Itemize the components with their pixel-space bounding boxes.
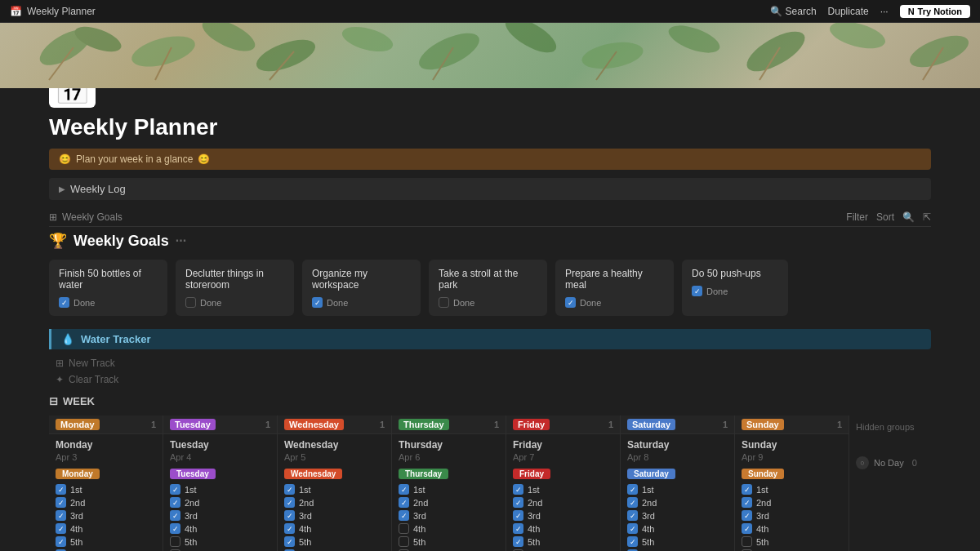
- task-label: 1st: [299, 485, 311, 495]
- task-item[interactable]: ✓ 1st: [56, 484, 156, 495]
- task-item[interactable]: ✓ 5th: [56, 536, 156, 547]
- task-checkbox[interactable]: ✓: [56, 523, 66, 534]
- task-item[interactable]: ✓ 3rd: [284, 510, 385, 521]
- task-checkbox[interactable]: ✓: [513, 523, 523, 534]
- task-item[interactable]: ✓ 4th: [513, 523, 613, 534]
- task-item[interactable]: ✓ 2nd: [399, 497, 499, 508]
- day-name: Sunday: [742, 439, 842, 451]
- task-item[interactable]: ✓ 5th: [627, 536, 728, 547]
- weekly-log-toggle[interactable]: ▶ Weekly Log: [49, 178, 931, 200]
- task-checkbox[interactable]: ✓: [56, 536, 66, 547]
- goal-done-row[interactable]: ✓ Done: [565, 297, 664, 308]
- search-button[interactable]: 🔍 Search: [770, 6, 816, 17]
- task-item[interactable]: ✓ 3rd: [56, 510, 156, 521]
- goal-card-title: Prepare a healthy meal: [565, 268, 664, 291]
- goal-checkbox[interactable]: [185, 297, 196, 308]
- task-checkbox[interactable]: ✓: [627, 484, 638, 495]
- expand-icon[interactable]: ⇱: [923, 211, 931, 223]
- goal-done-row[interactable]: Done: [185, 297, 284, 308]
- task-item[interactable]: ✓ 1st: [284, 484, 385, 495]
- task-checkbox[interactable]: ✓: [513, 510, 523, 521]
- goal-checkbox[interactable]: ✓: [565, 297, 576, 308]
- task-checkbox[interactable]: ✓: [399, 510, 409, 521]
- goal-checkbox[interactable]: ✓: [692, 286, 702, 296]
- task-checkbox[interactable]: ✓: [399, 484, 409, 495]
- task-checkbox[interactable]: ✓: [627, 523, 638, 534]
- sort-button[interactable]: Sort: [876, 211, 894, 223]
- filter-button[interactable]: Filter: [846, 211, 868, 223]
- task-item[interactable]: 4th: [399, 523, 499, 534]
- tracker-actions: ⊞ New Track ✦ Clear Track: [49, 356, 931, 387]
- task-item[interactable]: 5th: [742, 536, 842, 547]
- new-track-button[interactable]: ⊞ New Track: [52, 356, 931, 371]
- task-item[interactable]: ✓ 1st: [742, 484, 842, 495]
- more-button[interactable]: ···: [880, 6, 889, 17]
- task-checkbox[interactable]: ✓: [284, 497, 295, 508]
- goal-done-row[interactable]: ✓ Done: [59, 297, 158, 308]
- task-checkbox[interactable]: ✓: [284, 484, 295, 495]
- task-item[interactable]: ✓ 3rd: [742, 510, 842, 521]
- task-checkbox[interactable]: ✓: [742, 484, 752, 495]
- task-checkbox[interactable]: ✓: [170, 484, 180, 495]
- goal-done-row[interactable]: ✓ Done: [312, 297, 411, 308]
- task-checkbox[interactable]: ✓: [742, 523, 752, 534]
- task-checkbox[interactable]: [399, 523, 409, 534]
- task-item[interactable]: ✓ 2nd: [513, 497, 613, 508]
- goal-done-row[interactable]: ✓ Done: [692, 286, 778, 296]
- task-item[interactable]: ✓ 4th: [284, 523, 385, 534]
- goal-checkbox[interactable]: ✓: [312, 297, 323, 308]
- task-checkbox[interactable]: [399, 536, 409, 547]
- task-checkbox[interactable]: ✓: [513, 497, 523, 508]
- task-checkbox[interactable]: ✓: [399, 497, 409, 508]
- task-checkbox[interactable]: ✓: [627, 497, 638, 508]
- task-checkbox[interactable]: ✓: [56, 497, 66, 508]
- task-item[interactable]: ✓ 4th: [170, 523, 270, 534]
- goal-checkbox[interactable]: [439, 297, 449, 308]
- task-item[interactable]: 5th: [399, 536, 499, 547]
- task-checkbox[interactable]: ✓: [284, 536, 295, 547]
- task-item[interactable]: ✓ 3rd: [513, 510, 613, 521]
- task-item[interactable]: ✓ 5th: [284, 536, 385, 547]
- task-item[interactable]: ✓ 1st: [170, 484, 270, 495]
- task-checkbox[interactable]: ✓: [56, 510, 66, 521]
- day-header: Tuesday 1: [163, 415, 277, 434]
- task-item[interactable]: ✓ 4th: [742, 523, 842, 534]
- task-checkbox[interactable]: ✓: [513, 484, 523, 495]
- goals-more-button[interactable]: ···: [176, 233, 186, 248]
- task-checkbox[interactable]: ✓: [742, 510, 752, 521]
- task-checkbox[interactable]: ✓: [742, 497, 752, 508]
- task-checkbox[interactable]: [170, 536, 180, 547]
- task-item[interactable]: ✓ 3rd: [170, 510, 270, 521]
- task-checkbox[interactable]: ✓: [284, 523, 295, 534]
- task-item[interactable]: ✓ 3rd: [627, 510, 728, 521]
- task-item[interactable]: ✓ 2nd: [284, 497, 385, 508]
- task-item[interactable]: ✓ 2nd: [627, 497, 728, 508]
- duplicate-button[interactable]: Duplicate: [828, 6, 869, 17]
- task-checkbox[interactable]: ✓: [513, 536, 523, 547]
- task-checkbox[interactable]: ✓: [170, 523, 180, 534]
- task-item[interactable]: ✓ 1st: [513, 484, 613, 495]
- task-item[interactable]: ✓ 4th: [56, 523, 156, 534]
- task-item[interactable]: ✓ 2nd: [56, 497, 156, 508]
- task-item[interactable]: ✓ 3rd: [399, 510, 499, 521]
- task-item[interactable]: 5th: [170, 536, 270, 547]
- task-checkbox[interactable]: ✓: [56, 484, 66, 495]
- goal-checkbox[interactable]: ✓: [59, 297, 69, 308]
- task-checkbox[interactable]: [742, 536, 752, 547]
- task-item[interactable]: ✓ 5th: [513, 536, 613, 547]
- task-item[interactable]: ✓ 4th: [627, 523, 728, 534]
- search-goals-icon[interactable]: 🔍: [902, 211, 915, 223]
- task-checkbox[interactable]: ✓: [170, 510, 180, 521]
- clear-track-button[interactable]: ✦ Clear Track: [52, 372, 931, 387]
- task-checkbox[interactable]: ✓: [627, 510, 638, 521]
- task-checkbox[interactable]: ✓: [170, 497, 180, 508]
- task-item[interactable]: ✓ 1st: [399, 484, 499, 495]
- try-notion-button[interactable]: N Try Notion: [900, 5, 970, 18]
- goal-done-row[interactable]: Done: [439, 297, 537, 308]
- task-label: 5th: [756, 537, 768, 547]
- task-item[interactable]: ✓ 2nd: [170, 497, 270, 508]
- task-checkbox[interactable]: ✓: [627, 536, 638, 547]
- task-checkbox[interactable]: ✓: [284, 510, 295, 521]
- task-item[interactable]: ✓ 2nd: [742, 497, 842, 508]
- task-item[interactable]: ✓ 1st: [627, 484, 728, 495]
